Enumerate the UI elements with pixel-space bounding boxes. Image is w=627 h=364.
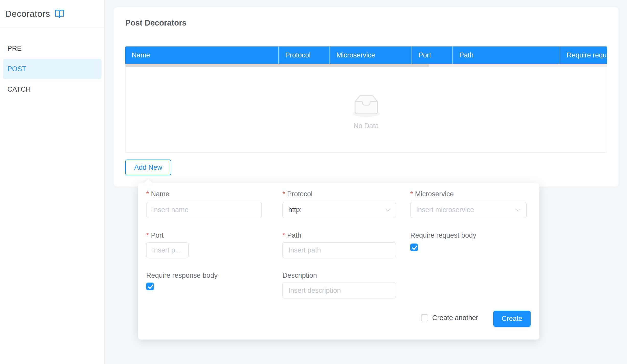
content-area: Post Decorators Name Protocol Microservi… <box>105 0 627 364</box>
table-header-row: Name Protocol Microservice Port Path Req… <box>125 46 607 64</box>
microservice-field-label: *Microservice <box>410 190 454 198</box>
add-new-button[interactable]: Add New <box>125 160 171 175</box>
table-horizontal-scrollbar-thumb[interactable] <box>125 64 429 67</box>
microservice-select-placeholder: Insert microservice <box>416 206 474 214</box>
column-header-name[interactable]: Name <box>125 46 278 64</box>
port-input[interactable] <box>146 242 189 258</box>
microservice-select[interactable]: Insert microservice <box>410 202 527 218</box>
chevron-down-icon <box>384 207 391 214</box>
create-another-checkbox[interactable] <box>421 314 428 321</box>
description-input[interactable] <box>282 283 396 298</box>
name-field-label: *Name <box>146 190 169 198</box>
table-horizontal-scrollbar-track[interactable] <box>125 64 607 67</box>
empty-state: No Data <box>349 92 383 130</box>
create-another-label: Create another <box>432 313 478 322</box>
port-field-label: *Port <box>146 231 164 240</box>
sidebar-item-catch[interactable]: CATCH <box>3 79 101 100</box>
required-mark: * <box>146 232 149 239</box>
page: Decorators PRE POST CATCH Post Decorator… <box>0 0 627 364</box>
chevron-down-icon <box>515 207 522 214</box>
book-open-icon[interactable] <box>55 9 64 19</box>
empty-state-text: No Data <box>354 122 379 130</box>
protocol-select[interactable]: http: <box>282 202 396 218</box>
required-mark: * <box>146 190 149 198</box>
column-header-port[interactable]: Port <box>412 46 452 64</box>
decorators-table: Name Protocol Microservice Port Path Req… <box>125 46 607 153</box>
path-field-label: *Path <box>282 231 301 240</box>
sidebar-header: Decorators <box>0 0 104 28</box>
protocol-select-value: http: <box>288 206 302 214</box>
required-mark: * <box>282 190 285 198</box>
require-request-body-checkbox[interactable] <box>410 244 418 251</box>
column-header-protocol[interactable]: Protocol <box>278 46 329 64</box>
sidebar: Decorators PRE POST CATCH <box>0 0 105 364</box>
post-decorators-card: Post Decorators Name Protocol Microservi… <box>114 7 619 187</box>
require-request-body-label: Require request body <box>410 231 476 240</box>
description-field-label: Description <box>282 271 317 280</box>
sidebar-item-label: PRE <box>7 45 22 53</box>
table-empty-body: No Data <box>125 67 607 153</box>
require-response-body-label: Require response body <box>146 271 218 280</box>
required-mark: * <box>282 232 285 239</box>
require-response-body-checkbox[interactable] <box>146 283 154 290</box>
column-header-path[interactable]: Path <box>452 46 560 64</box>
name-input[interactable] <box>146 202 262 218</box>
sidebar-title: Decorators <box>5 9 50 19</box>
card-title: Post Decorators <box>125 18 186 28</box>
sidebar-item-pre[interactable]: PRE <box>3 38 101 59</box>
column-header-microservice[interactable]: Microservice <box>329 46 412 64</box>
create-decorator-popover: *Name *Protocol *Microservice http: Inse… <box>138 183 539 339</box>
empty-inbox-icon <box>349 92 383 118</box>
column-header-require-request-body[interactable]: Require requ <box>560 46 607 64</box>
sidebar-item-label: CATCH <box>7 86 31 93</box>
sidebar-nav: PRE POST CATCH <box>0 38 104 100</box>
sidebar-item-label: POST <box>7 65 26 73</box>
protocol-field-label: *Protocol <box>282 190 313 198</box>
sidebar-item-post[interactable]: POST <box>3 59 101 79</box>
path-input[interactable] <box>282 242 396 258</box>
create-button[interactable]: Create <box>493 311 531 327</box>
required-mark: * <box>410 190 413 198</box>
